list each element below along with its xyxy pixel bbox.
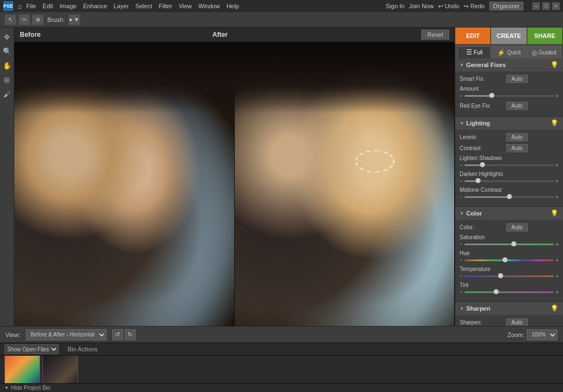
sharpen-label: Sharpen:	[460, 319, 506, 325]
tab-quick[interactable]: ⚡ Quick	[492, 46, 526, 58]
tab-share[interactable]: SHARE	[527, 27, 563, 44]
menu-help[interactable]: Help	[227, 3, 239, 9]
lighten-track[interactable]	[465, 164, 554, 166]
rotate-right-btn[interactable]: ↻	[125, 329, 136, 340]
left-toolbar: ✥ 🔍 ✋ ⊞ 🖌	[0, 27, 14, 326]
tint-track[interactable]	[465, 291, 554, 293]
darken-minus: −	[460, 178, 463, 184]
tool-btn-1[interactable]: ↖	[4, 14, 16, 25]
menu-image[interactable]: Image	[60, 3, 77, 9]
midtone-minus: −	[460, 194, 463, 200]
titlebar-right-actions: Sign In Join Now ↩ Undo ↪ Redo Organizer…	[385, 2, 560, 10]
zoom-tool[interactable]: 🔍	[1, 45, 13, 57]
join-now-link[interactable]: Join Now	[409, 3, 434, 9]
thumbnail-1[interactable]	[4, 356, 40, 383]
lighten-minus: −	[460, 162, 463, 168]
canvas-header: Before After Reset	[14, 27, 455, 42]
sign-in-link[interactable]: Sign In	[385, 3, 404, 9]
menu-window[interactable]: Window	[198, 3, 220, 9]
bottom-bar: View: Before & After - Horizontal ↺ ↻ Zo…	[0, 326, 563, 343]
amount-track[interactable]	[465, 95, 554, 97]
tab-full[interactable]: ☰ Full	[457, 46, 491, 58]
main-area: ✥ 🔍 ✋ ⊞ 🖌 Before After Reset	[0, 27, 563, 326]
levels-auto-btn[interactable]: Auto	[506, 133, 528, 141]
temperature-row: Temperature − +	[460, 266, 559, 279]
midtone-contrast-row: Midtone Contrast − +	[460, 187, 559, 200]
tab-create[interactable]: CREATE	[491, 27, 527, 44]
zoom-label: Zoom:	[507, 332, 525, 338]
midtone-thumb[interactable]	[507, 194, 512, 199]
midtone-track[interactable]	[465, 196, 554, 198]
midtone-contrast-label: Midtone Contrast	[460, 187, 559, 193]
lighten-thumb[interactable]	[480, 162, 485, 167]
tab-guided[interactable]: ◎ Guided	[527, 46, 561, 58]
darken-track[interactable]	[465, 180, 554, 182]
undo-btn[interactable]: ↩ Undo	[438, 3, 459, 10]
menu-edit[interactable]: Edit	[43, 3, 53, 9]
smart-fix-auto-btn[interactable]: Auto	[506, 75, 528, 83]
section-header-color[interactable]: ▼ Color 💡	[455, 207, 563, 220]
lighten-shadows-container: − +	[460, 162, 559, 168]
section-title-general-fixes: General Fixes	[466, 62, 548, 68]
minimize-btn[interactable]: ─	[532, 2, 540, 10]
menu-view[interactable]: View	[179, 3, 192, 9]
sharpen-auto-btn[interactable]: Auto	[506, 318, 528, 326]
menu-file[interactable]: File	[26, 3, 36, 9]
menu-enhance[interactable]: Enhance	[83, 3, 107, 9]
thumbnail-2[interactable]	[42, 356, 78, 383]
hue-label: Hue	[460, 250, 559, 256]
after-pane	[235, 42, 455, 326]
menu-layer[interactable]: Layer	[114, 3, 129, 9]
home-icon[interactable]: ⌂	[18, 2, 22, 10]
canvas-area: Before After Reset	[14, 27, 455, 326]
saturation-track[interactable]	[465, 244, 554, 245]
hue-track[interactable]	[465, 260, 554, 261]
rotate-left-btn[interactable]: ↺	[112, 329, 123, 340]
hue-thumb[interactable]	[503, 257, 507, 262]
section-header-lighting[interactable]: ▼ Lighting 💡	[455, 117, 563, 130]
tab-edit[interactable]: EDIT	[455, 27, 491, 44]
saturation-thumb[interactable]	[511, 241, 516, 246]
full-icon: ☰	[466, 48, 472, 56]
crop-tool[interactable]: ⊞	[1, 74, 13, 86]
redo-btn[interactable]: ↪ Redo	[463, 3, 484, 10]
hand-tool[interactable]: ✋	[1, 59, 13, 71]
before-photo	[14, 42, 234, 326]
section-header-general-fixes[interactable]: ▼ General Fixes 💡	[455, 58, 563, 71]
section-body-general-fixes: Smart Fix: Auto Amount − + Red E	[455, 71, 563, 116]
restore-btn[interactable]: □	[542, 2, 550, 10]
tint-thumb[interactable]	[494, 289, 499, 294]
zoom-select[interactable]: 100%	[527, 329, 558, 340]
view-select[interactable]: Before & After - Horizontal	[26, 329, 107, 340]
tint-plus: +	[555, 289, 559, 295]
move-tool[interactable]: ✥	[1, 31, 13, 43]
show-open-files-select[interactable]: Show Open Files	[4, 344, 59, 354]
amount-slider-container: − +	[460, 93, 559, 99]
saturation-label: Saturation	[460, 234, 559, 240]
quick-label: Quick	[507, 49, 521, 56]
smart-fix-label: Smart Fix:	[460, 76, 506, 82]
organizer-btn[interactable]: Organizer	[489, 2, 523, 10]
amount-thumb[interactable]	[489, 93, 494, 98]
amount-label: Amount	[460, 86, 559, 92]
red-eye-auto-btn[interactable]: Auto	[506, 102, 528, 110]
guided-label: Guided	[539, 49, 556, 56]
color-auto-btn[interactable]: Auto	[506, 223, 528, 231]
tool-btn-3[interactable]: ⊕	[32, 14, 44, 25]
darken-highlights-label: Darken Highlights	[460, 171, 559, 177]
brush-tool[interactable]: 🖌	[1, 88, 13, 100]
hide-project-bin-btn[interactable]: ▼ Hide Project Bin	[0, 383, 563, 392]
temperature-track[interactable]	[465, 275, 554, 277]
brush-size-btn[interactable]: ● ▼	[68, 14, 80, 25]
tool-btn-2[interactable]: ✂	[18, 14, 30, 25]
info-icon-sharpen: 💡	[550, 305, 559, 312]
temperature-thumb[interactable]	[498, 273, 503, 278]
contrast-auto-btn[interactable]: Auto	[506, 144, 528, 152]
menu-select[interactable]: Select	[135, 3, 152, 9]
darken-thumb[interactable]	[476, 178, 481, 183]
close-btn[interactable]: ×	[552, 2, 560, 10]
section-header-sharpen[interactable]: ▼ Sharpen 💡	[455, 302, 563, 315]
menu-filter[interactable]: Filter	[159, 3, 172, 9]
reset-button[interactable]: Reset	[421, 30, 449, 40]
temp-minus: −	[460, 273, 463, 279]
